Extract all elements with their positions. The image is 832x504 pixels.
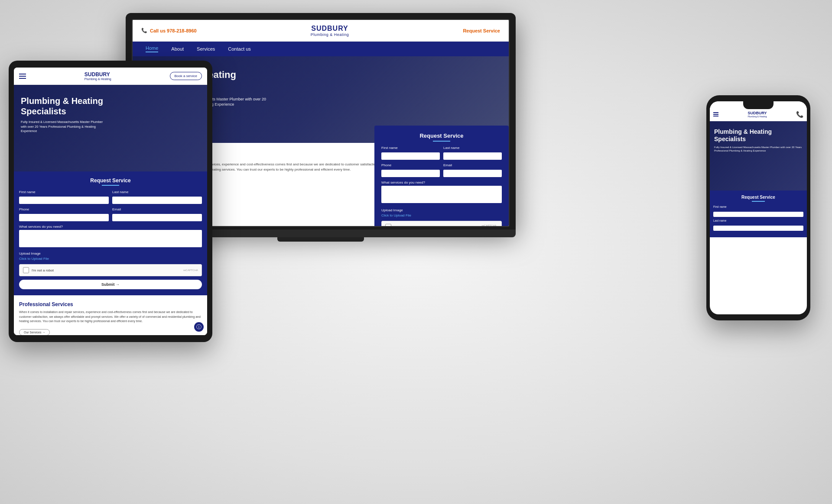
tablet-phone-group: Phone [19,207,109,221]
phone-first-name-label: First name [713,205,803,208]
laptop-phone-number: Call us 978-218-8960 [150,28,197,33]
phone-last-name-label: Last name [713,219,803,222]
tablet-recaptcha-checkbox[interactable] [23,267,29,273]
tablet-first-name-group: First name [19,190,109,204]
phone-logo: SUDBURY Plumbing & Heating [748,111,767,118]
phone-last-name-input[interactable] [713,226,803,231]
laptop-last-name-label: Last name [443,146,502,150]
tablet-services-section: Professional Services When it comes to i… [14,295,207,335]
accessibility-button[interactable]: ⓘ [194,322,204,332]
tablet-brand-name: SUDBURY [84,71,111,78]
nav-about[interactable]: About [171,46,184,52]
nav-home[interactable]: Home [146,45,158,52]
laptop-phone-group: Phone [381,163,440,177]
phone-hamburger-icon[interactable] [713,112,718,116]
phone-form-heading: Request Service [713,195,803,200]
laptop-form-heading: Request Service [381,132,502,139]
tablet-submit-button[interactable]: Submit → [19,280,202,289]
tablet-phone-label: Phone [19,207,109,211]
tablet-first-name-label: First name [19,190,109,194]
laptop-phone-info: 📞 Call us 978-218-8960 [141,28,197,33]
laptop-first-name-group: First name [381,146,440,160]
tablet-recaptcha: I'm not a robot reCAPTCHA [19,264,202,276]
tablet-form-name-row: First name Last name [19,190,202,204]
tablet-book-button[interactable]: Book a service [170,72,202,80]
phone-first-name-input[interactable] [713,212,803,217]
laptop-nav: Home About Services Contact us [133,42,509,56]
laptop-form-name-row: First name Last name [381,146,502,160]
tablet-last-name-group: Last name [112,190,202,204]
laptop-request-service[interactable]: Request Service [463,28,500,33]
phone-form-underline [752,201,765,202]
laptop-upload-link[interactable]: Click to Upload File [381,213,502,217]
tablet-services-cta[interactable]: Our Services → [19,329,50,336]
tablet-screen: SUDBURY Plumbing & Heating Book a servic… [14,68,207,335]
laptop-services-group: What services do you need? [381,181,502,205]
laptop-recaptcha-logo: reCAPTCHAPrivacy · Terms [480,224,498,227]
laptop-stand [277,237,364,242]
phone-last-name-group: Last name [713,219,803,233]
phone-device: SUDBURY Plumbing & Heating 📞 Plumbing & … [706,95,810,320]
laptop-services-textarea[interactable] [381,186,502,203]
laptop-brand-tagline: Plumbing & Heating [311,32,349,37]
tablet-brand-tagline: Plumbing & Heating [84,78,111,81]
tablet-header: SUDBURY Plumbing & Heating Book a servic… [14,68,207,85]
phone-screen: SUDBURY Plumbing & Heating 📞 Plumbing & … [710,101,807,314]
laptop-recaptcha-checkbox[interactable] [385,224,391,227]
tablet-first-name-input[interactable] [19,197,109,204]
laptop-first-name-label: First name [381,146,440,150]
nav-services[interactable]: Services [197,46,215,52]
phone-hero-heading: Plumbing & Heating Specialists [714,128,803,143]
tablet-services-textarea[interactable] [19,230,202,247]
tablet-hamburger-icon[interactable] [19,74,26,79]
phone-call-icon[interactable]: 📞 [796,111,803,118]
tablet-services-body: When it comes to installation and repair… [19,310,202,324]
laptop-form-contact-row: Phone Email [381,163,502,177]
laptop-last-name-input[interactable] [443,152,502,160]
laptop-email-input[interactable] [443,170,502,177]
tablet-form-contact-row: Phone Email [19,207,202,221]
laptop-recaptcha: I'm not a robot reCAPTCHAPrivacy · Terms [381,221,502,227]
laptop-logo: SUDBURY Plumbing & Heating [311,25,349,37]
tablet-upload-link[interactable]: Click to Upload File [19,257,202,261]
laptop-phone-label: Phone [381,163,440,167]
phone-brand-tagline: Plumbing & Heating [748,115,767,118]
tablet-form-section: Request Service First name Last name Pho… [14,171,207,295]
phone-notch [743,101,774,109]
tablet-form-underline [102,185,119,186]
laptop-email-label: Email [443,163,502,167]
tablet-hero-subheading: Fully Insured & Licensed Massachusetts M… [21,120,107,134]
tablet-phone-input[interactable] [19,214,109,221]
laptop-header: 📞 Call us 978-218-8960 SUDBURY Plumbing … [133,20,509,42]
tablet-device: SUDBURY Plumbing & Heating Book a servic… [9,61,212,342]
laptop-phone-input[interactable] [381,170,440,177]
laptop-recaptcha-text: I'm not a robot [394,225,416,227]
laptop-services-label: What services do you need? [381,181,502,184]
laptop-form-underline [433,141,450,142]
laptop-form-overlay: Request Service First name Last name [374,126,509,227]
phone-first-name-group: First name [713,205,803,219]
tablet-email-label: Email [112,207,202,211]
tablet-hero: Plumbing & Heating Specialists Fully Ins… [14,85,207,171]
laptop-last-name-group: Last name [443,146,502,160]
laptop-email-group: Email [443,163,502,177]
tablet-services-label: What services do you need? [19,225,202,229]
tablet-email-input[interactable] [112,214,202,221]
laptop-upload-label: Upload Image [381,208,502,212]
tablet-logo: SUDBURY Plumbing & Heating [84,71,111,81]
nav-contact[interactable]: Contact us [228,46,251,52]
accessibility-icon: ⓘ [196,323,202,331]
tablet-upload-label: Upload Image [19,252,202,255]
laptop-first-name-input[interactable] [381,152,440,160]
phone-brand-name: SUDBURY [748,111,767,115]
tablet-last-name-input[interactable] [112,197,202,204]
tablet-email-group: Email [112,207,202,221]
tablet-form-heading: Request Service [19,178,202,184]
tablet-recaptcha-text: I'm not a robot [32,268,54,272]
tablet-services-group: What services do you need? [19,225,202,249]
phone-icon: 📞 [141,28,147,33]
phone-hero-subheading: Fully Insured & Licensed Massachusetts M… [714,145,803,153]
tablet-last-name-label: Last name [112,190,202,194]
phone-form-section: Request Service First name Last name [710,191,807,237]
phone-hero: Plumbing & Heating Specialists Fully Ins… [710,121,807,191]
